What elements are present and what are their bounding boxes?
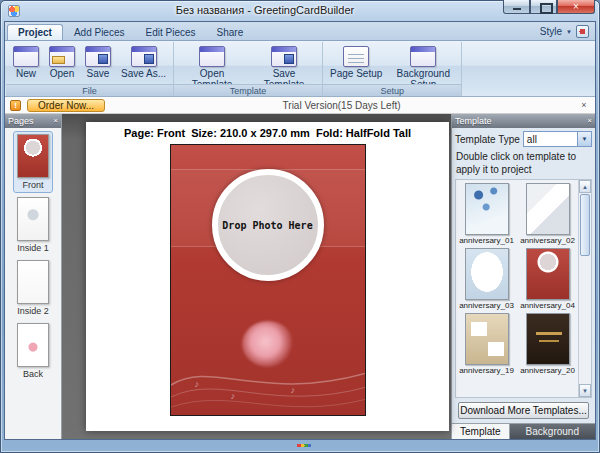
ribbon-group-setup: Page Setup Background Setup Setup — [323, 42, 462, 96]
template-item[interactable]: anniversary_20 — [518, 313, 577, 375]
page-thumbnail-inside2 — [17, 260, 49, 304]
page-info-header: Page: Front Size: 210.0 x 297.0 mm Fold:… — [124, 127, 411, 139]
order-now-button[interactable]: Order Now... — [27, 99, 105, 112]
template-thumbnail — [465, 248, 509, 300]
music-note-icon: ♪ — [231, 391, 236, 401]
dropdown-arrow-icon[interactable]: ▼ — [577, 132, 591, 146]
page-setup-button[interactable]: Page Setup — [326, 44, 386, 81]
background-setup-icon — [410, 46, 436, 67]
template-item[interactable]: anniversary_04 — [518, 248, 577, 310]
group-label-file: File — [6, 84, 173, 96]
template-thumbnail — [526, 248, 570, 300]
open-folder-icon — [49, 46, 75, 67]
tab-background[interactable]: Background — [510, 424, 595, 439]
card-preview[interactable]: Drop Photo Here ♪ ♪ ♪ — [170, 144, 366, 416]
app-icon — [8, 5, 20, 17]
save-as-button[interactable]: Save As... — [117, 44, 170, 81]
page-thumbnail-inside1 — [17, 197, 49, 241]
open-button[interactable]: Open — [45, 44, 79, 81]
ribbon-tab-row: Project Add Pieces Edit Pieces Share Sty… — [5, 22, 595, 41]
template-scrollbar[interactable]: ▲ ▼ — [578, 180, 591, 397]
template-hint: Double click on template to apply it to … — [456, 151, 591, 176]
chevron-down-icon: ▼ — [566, 29, 572, 35]
trial-bar: Order Now... Trial Version(15 Days Left) — [5, 97, 595, 114]
style-label: Style — [540, 26, 562, 37]
drop-photo-label: Drop Photo Here — [222, 220, 312, 231]
music-note-icon: ♪ — [291, 385, 296, 395]
group-label-setup: Setup — [323, 84, 461, 96]
save-template-icon — [271, 46, 297, 67]
template-panel: Template Template Type all ▼ Double clic… — [451, 114, 595, 439]
template-panel-header: Template — [452, 114, 595, 128]
trial-warning-icon — [10, 100, 21, 111]
trial-bar-close-icon[interactable] — [578, 99, 590, 111]
group-label-template: Template — [174, 84, 322, 96]
page-setup-icon — [343, 46, 369, 67]
template-panel-title: Template — [455, 116, 492, 126]
style-dropdown[interactable]: Style ▼ — [536, 25, 593, 40]
page-item-back[interactable]: Back — [14, 321, 52, 381]
pages-panel-header: Pages — [5, 114, 61, 128]
new-button[interactable]: New — [9, 44, 43, 81]
save-as-icon — [131, 46, 157, 67]
template-item[interactable]: anniversary_02 — [518, 183, 577, 245]
main-area: Pages Front Inside 1 Inside 2 — [5, 114, 595, 439]
window-title: Без названия - GreetingCardBuilder — [45, 4, 485, 16]
page-item-inside2[interactable]: Inside 2 — [14, 258, 52, 318]
template-type-select[interactable]: all ▼ — [523, 131, 592, 147]
ribbon-group-file: New Open Save Save As... File — [6, 42, 174, 96]
tab-template[interactable]: Template — [452, 424, 510, 439]
template-panel-body: Template Type all ▼ Double click on temp… — [452, 128, 595, 423]
open-template-icon — [199, 46, 225, 67]
save-button[interactable]: Save — [81, 44, 115, 81]
music-note-icon: ♪ — [195, 379, 200, 389]
style-color-icon[interactable] — [576, 25, 589, 38]
pages-panel-title: Pages — [8, 116, 34, 126]
scrollbar-thumb[interactable] — [580, 194, 590, 256]
page-thumbnail-back — [17, 323, 49, 367]
page-item-front[interactable]: Front — [14, 132, 52, 192]
pages-panel: Pages Front Inside 1 Inside 2 — [5, 114, 62, 439]
tab-add-pieces[interactable]: Add Pieces — [64, 25, 135, 40]
scroll-up-icon[interactable]: ▲ — [579, 180, 591, 193]
scroll-down-icon[interactable]: ▼ — [579, 384, 591, 397]
tab-share[interactable]: Share — [207, 25, 254, 40]
pages-list: Front Inside 1 Inside 2 Back — [5, 128, 61, 439]
template-item[interactable]: anniversary_03 — [457, 248, 516, 310]
close-button[interactable] — [557, 0, 595, 14]
template-grid: anniversary_01 anniversary_02 anniversar… — [456, 180, 578, 397]
page-thumbnail-front — [17, 134, 49, 178]
template-panel-close-icon[interactable] — [587, 117, 592, 125]
pages-panel-close-icon[interactable] — [53, 117, 58, 125]
canvas: Page: Front Size: 210.0 x 297.0 mm Fold:… — [62, 114, 451, 439]
ribbon-group-template: Open Template Save Template Template — [174, 42, 323, 96]
template-thumbnail — [526, 183, 570, 235]
photo-drop-zone[interactable]: Drop Photo Here — [212, 169, 324, 281]
template-thumbnail — [465, 183, 509, 235]
ribbon: New Open Save Save As... File — [5, 41, 595, 97]
page-item-inside1[interactable]: Inside 1 — [14, 195, 52, 255]
swirl-decoration — [171, 337, 366, 415]
download-templates-button[interactable]: Download More Templates... — [458, 402, 589, 419]
template-list: anniversary_01 anniversary_02 anniversar… — [455, 179, 592, 398]
template-item[interactable]: anniversary_01 — [457, 183, 516, 245]
page-sheet: Page: Front Size: 210.0 x 297.0 mm Fold:… — [86, 122, 449, 431]
maximize-button[interactable] — [530, 0, 557, 14]
tab-edit-pieces[interactable]: Edit Pieces — [136, 25, 206, 40]
template-thumbnail — [465, 313, 509, 365]
trial-message: Trial Version(15 Days Left) — [111, 100, 572, 111]
minimize-button[interactable] — [503, 0, 530, 14]
statusbar-logo-icon — [297, 442, 311, 449]
client-area: Project Add Pieces Edit Pieces Share Sty… — [4, 21, 596, 440]
new-document-icon — [13, 46, 39, 67]
template-item[interactable]: anniversary_19 — [457, 313, 516, 375]
tab-project[interactable]: Project — [7, 24, 63, 40]
template-panel-tabs: Template Background — [452, 423, 595, 439]
window-controls — [503, 0, 595, 14]
save-icon — [85, 46, 111, 67]
template-type-value: all — [524, 134, 577, 145]
template-thumbnail — [526, 313, 570, 365]
app-window: Без названия - GreetingCardBuilder Proje… — [0, 0, 600, 453]
template-type-label: Template Type — [455, 134, 520, 145]
